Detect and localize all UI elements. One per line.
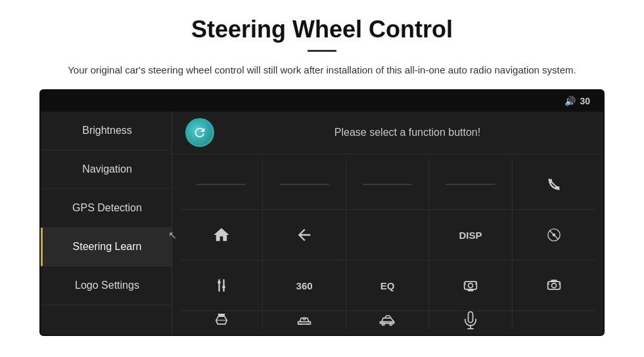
subtitle: Your original car's steering wheel contr… xyxy=(66,62,578,77)
grid-cell-r1c5[interactable] xyxy=(513,159,595,210)
main-panel: Please select a function button! xyxy=(172,112,603,335)
sidebar-item-navigation[interactable]: Navigation xyxy=(41,150,172,189)
grid-cell-empty xyxy=(513,311,595,329)
svg-point-5 xyxy=(218,281,221,284)
svg-point-6 xyxy=(222,285,225,289)
svg-rect-12 xyxy=(307,324,310,325)
grid-cell-antenna[interactable] xyxy=(180,261,263,311)
sidebar-item-brightness[interactable]: Brightness xyxy=(41,112,172,150)
svg-line-2 xyxy=(549,231,558,240)
divider-line xyxy=(446,184,495,185)
page-title: Steering Wheel Control xyxy=(39,16,605,43)
car-side-icon xyxy=(378,311,396,329)
refresh-button[interactable] xyxy=(185,118,214,147)
sidebar: Brightness Navigation GPS Detection Stee… xyxy=(41,112,172,335)
svg-point-15 xyxy=(390,323,393,326)
svg-point-14 xyxy=(382,323,385,326)
grid-cell-back[interactable] xyxy=(263,210,346,261)
360-label: 360 xyxy=(296,280,313,291)
mode-label: DISP xyxy=(459,230,482,241)
grid-cell-r1c2[interactable] xyxy=(263,159,346,210)
grid-cell-no-call[interactable] xyxy=(513,210,595,261)
grid-cell-360[interactable]: 360 xyxy=(263,261,346,311)
grid-cell-car-front[interactable] xyxy=(429,261,512,311)
grid-cell-eq[interactable]: EQ xyxy=(346,261,429,311)
grid-cell-car-top[interactable] xyxy=(180,311,263,329)
grid-cell-r1c1[interactable] xyxy=(180,159,263,210)
title-divider xyxy=(308,50,336,52)
device-screen: 🔊 30 Brightness Navigation GPS Detection… xyxy=(39,89,605,336)
function-prompt: Please select a function button! xyxy=(225,127,590,138)
grid-cell-car-back[interactable] xyxy=(513,261,595,311)
sidebar-item-gps[interactable]: GPS Detection xyxy=(41,189,172,228)
grid-cell-car-side[interactable] xyxy=(346,311,429,329)
car-front-icon xyxy=(295,311,313,329)
grid-cell-home[interactable]: ↖ xyxy=(180,210,263,261)
car-top-icon xyxy=(212,311,231,329)
grid-cell-mic[interactable] xyxy=(429,311,512,329)
grid-cell-disp[interactable] xyxy=(346,210,429,261)
grid-cell-r1c4[interactable] xyxy=(429,159,512,210)
header-section: Steering Wheel Control Your original car… xyxy=(0,0,644,89)
back-icon xyxy=(295,226,313,244)
home-icon xyxy=(212,226,231,244)
svg-point-10 xyxy=(551,284,556,288)
device-top-bar: 🔊 30 xyxy=(41,91,603,112)
svg-rect-11 xyxy=(300,324,302,325)
device-body: Brightness Navigation GPS Detection Stee… xyxy=(41,112,603,335)
grid-cell-mode[interactable]: DISP xyxy=(429,210,512,261)
divider-line xyxy=(279,184,329,185)
car-camera-front-icon xyxy=(461,276,480,295)
eq-label: EQ xyxy=(380,280,395,291)
sidebar-item-steering[interactable]: Steering Learn xyxy=(41,228,172,266)
grid-cell-r1c3[interactable] xyxy=(346,159,429,210)
grid-cell-car-front2[interactable] xyxy=(263,311,346,329)
volume-icon: 🔊 xyxy=(564,96,576,106)
phone-crossed-icon xyxy=(547,177,561,192)
divider-line xyxy=(196,184,246,185)
button-grid: ↖ DISP xyxy=(172,154,603,335)
antenna-icon xyxy=(212,276,231,295)
svg-point-8 xyxy=(468,284,472,288)
no-call-icon xyxy=(547,228,561,242)
microphone-icon xyxy=(461,311,480,329)
sidebar-item-logo[interactable]: Logo Settings xyxy=(41,266,172,305)
divider-line xyxy=(363,184,412,185)
cursor-indicator: ↖ xyxy=(168,229,177,242)
main-top-bar: Please select a function button! xyxy=(172,112,603,154)
refresh-icon xyxy=(193,125,207,140)
volume-value: 30 xyxy=(580,96,590,106)
svg-point-13 xyxy=(303,318,306,320)
car-camera-back-icon xyxy=(545,276,563,295)
